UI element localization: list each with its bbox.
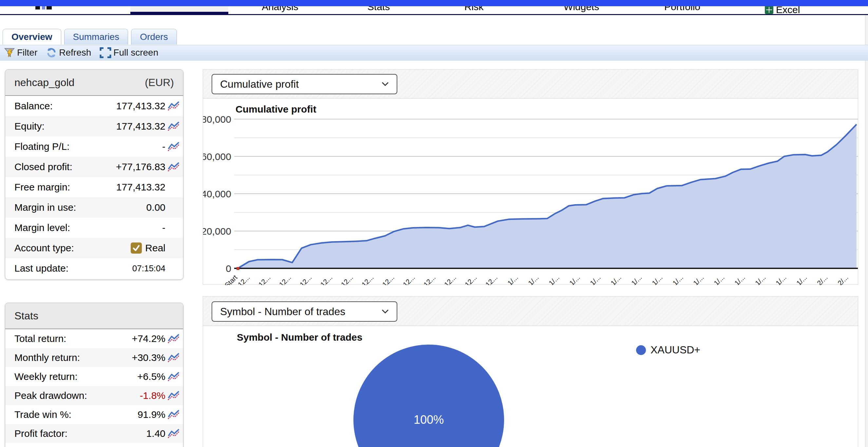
svg-text:12...: 12...	[237, 274, 251, 285]
row-value: 1.40	[147, 428, 165, 439]
tab-summaries[interactable]: Summaries	[64, 29, 128, 44]
refresh-icon	[46, 47, 57, 58]
account-panel: nehcap_gold (EUR) Balance:177,413.32Equi…	[5, 69, 183, 280]
filter-button[interactable]: Filter	[4, 47, 37, 58]
sparkline-chart-icon[interactable]	[167, 141, 181, 152]
sparkline-chart-icon[interactable]	[167, 161, 181, 172]
nav-item-excel[interactable]: Excel	[765, 6, 800, 15]
stats-title: Stats	[14, 310, 38, 322]
row-label: Profit factor:	[14, 428, 67, 439]
row-label: Last update:	[14, 263, 68, 274]
logo-fragment	[46, 6, 52, 9]
vertical-scrollbar[interactable]	[865, 0, 868, 447]
row-label: Margin level:	[14, 222, 70, 233]
tab-overview[interactable]: Overview	[3, 29, 61, 44]
chevron-down-icon	[381, 309, 389, 314]
sparkline-chart-icon[interactable]	[167, 352, 181, 363]
row-label: Floating P/L:	[14, 141, 69, 152]
account-name: nehcap_gold	[14, 76, 74, 89]
svg-text:20,000: 20,000	[203, 226, 231, 237]
stats-row: Trade win %:91.9%	[5, 405, 183, 424]
stats-panel-header: Stats	[5, 303, 183, 329]
stats-row: Pips:846.2	[5, 443, 183, 447]
svg-text:1/...: 1/...	[630, 274, 643, 285]
sparkline-chart-icon[interactable]	[167, 333, 181, 344]
row-label: Closed profit:	[14, 161, 72, 172]
svg-text:12...: 12...	[484, 274, 499, 285]
row-label: Peak drawdown:	[14, 390, 87, 401]
row-value: 177,413.32	[116, 182, 165, 193]
nav-item-widgets[interactable]: Widgets	[564, 6, 599, 12]
row-value: Real	[145, 242, 165, 253]
account-row: Equity:177,413.32	[5, 116, 183, 136]
tab-orders[interactable]: Orders	[131, 29, 177, 44]
sparkline-chart-icon[interactable]	[167, 100, 181, 112]
legend-label: XAUUSD+	[651, 344, 700, 356]
account-row: Balance:177,413.32	[5, 96, 183, 116]
svg-text:60,000: 60,000	[203, 151, 231, 162]
row-label: Free margin:	[14, 182, 70, 193]
svg-text:1/...: 1/...	[568, 274, 581, 285]
svg-text:1/...: 1/...	[671, 274, 685, 285]
svg-text:1/...: 1/...	[774, 274, 788, 285]
chart-type-select[interactable]: Cumulative profit	[212, 74, 397, 94]
fullscreen-button[interactable]: Full screen	[100, 47, 158, 58]
svg-text:12...: 12...	[463, 274, 478, 285]
pie-chart-area: Symbol - Number of trades 100% XAUUSD+	[203, 326, 858, 447]
svg-text:1/...: 1/...	[589, 274, 602, 285]
top-blue-bar	[0, 0, 868, 6]
account-currency: (EUR)	[145, 76, 174, 89]
svg-text:12...: 12...	[402, 274, 416, 285]
svg-text:2/...: 2/...	[815, 274, 829, 285]
fullscreen-icon	[100, 47, 112, 58]
sparkline-chart-icon[interactable]	[167, 390, 181, 401]
refresh-button[interactable]: Refresh	[46, 47, 91, 58]
nav-item-risk[interactable]: Risk	[464, 6, 484, 12]
account-row: Closed profit:+77,176.83	[5, 157, 183, 177]
account-row: Last update:07:15:04	[5, 258, 183, 278]
row-value: +77,176.83	[116, 161, 165, 172]
svg-text:12...: 12...	[319, 274, 334, 285]
pie-percent-label: 100%	[414, 413, 444, 427]
row-value: -1.8%	[140, 390, 165, 401]
chevron-down-icon	[381, 82, 389, 87]
legend-color-dot	[636, 345, 646, 355]
svg-text:80,000: 80,000	[203, 114, 231, 125]
svg-text:12...: 12...	[422, 274, 437, 285]
symbol-trades-panel: Symbol - Number of trades Symbol - Numbe…	[203, 296, 858, 447]
svg-text:1/...: 1/...	[754, 274, 767, 285]
tab-bar: OverviewSummariesOrders	[3, 29, 177, 45]
sparkline-chart-icon[interactable]	[167, 371, 181, 382]
nav-item-label: Excel	[776, 6, 800, 15]
real-account-checkbox	[131, 242, 142, 253]
row-value: +30.3%	[132, 352, 165, 363]
row-label: Account type:	[14, 242, 74, 253]
stats-row: Total return:+74.2%	[5, 329, 183, 348]
nav-item-stats[interactable]: Stats	[368, 6, 390, 12]
sparkline-chart-icon[interactable]	[167, 409, 181, 420]
toolbar: Filter Refresh Full screen	[0, 45, 868, 61]
row-value: 07:15:04	[132, 264, 165, 274]
refresh-label: Refresh	[59, 47, 91, 58]
pie-legend: XAUUSD+	[636, 344, 700, 356]
row-label: Trade win %:	[14, 409, 71, 420]
pie-type-select[interactable]: Symbol - Number of trades	[212, 301, 397, 322]
logo-fragment	[42, 6, 45, 9]
filter-icon	[4, 47, 15, 58]
sparkline-chart-icon[interactable]	[167, 428, 181, 439]
svg-text:12...: 12...	[299, 274, 313, 285]
nav-item-analysis[interactable]: Analysis	[262, 6, 299, 12]
stats-row: Profit factor:1.40	[5, 424, 183, 443]
chart-type-select-value: Cumulative profit	[220, 78, 381, 90]
svg-text:1/...: 1/...	[651, 274, 664, 285]
row-label: Margin in use:	[14, 202, 76, 213]
stats-row: Monthly return:+30.3%	[5, 348, 183, 367]
excel-icon	[765, 6, 773, 14]
nav-active-underline	[130, 12, 228, 15]
nav-item-portfolio[interactable]: Portfolio	[664, 6, 700, 12]
sparkline-chart-icon[interactable]	[167, 121, 181, 132]
row-value: 0.00	[147, 202, 165, 213]
screen: AnalysisStatsRiskWidgetsPortfolio Excel …	[0, 0, 868, 447]
account-row: Margin level:-	[5, 218, 183, 238]
svg-text:1/...: 1/...	[609, 274, 623, 285]
